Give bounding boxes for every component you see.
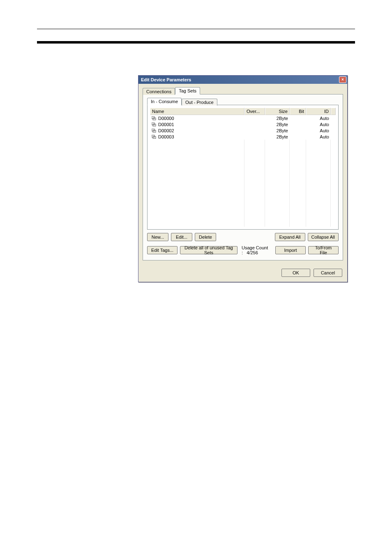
close-icon: ×	[341, 78, 344, 82]
cell-size: 2Byte	[265, 115, 290, 121]
cancel-button[interactable]: Cancel	[314, 269, 342, 277]
tag-sets-listview[interactable]: Name Over... Size Bit ID D000002ByteAuto…	[150, 108, 336, 227]
table-row[interactable]: D000032ByteAuto	[150, 134, 336, 140]
cell-name-text: D00002	[158, 128, 174, 133]
cell-bit	[290, 115, 306, 121]
new-button[interactable]: New...	[147, 233, 168, 241]
column-header-id[interactable]: ID	[306, 108, 331, 115]
tab-tag-sets[interactable]: Tag Sets	[175, 87, 200, 94]
usage-count: Usage Count : 4/256	[240, 245, 270, 255]
column-header-size[interactable]: Size	[265, 108, 290, 115]
main-tabstrip: Connections Tag Sets	[143, 87, 343, 94]
horizontal-rule-thin	[37, 29, 355, 29]
cell-filler	[331, 134, 336, 140]
cell-name: D00000	[150, 115, 244, 121]
collapse-all-button[interactable]: Collapse All	[308, 233, 339, 241]
horizontal-rule-thick	[37, 41, 355, 44]
cell-name: D00002	[150, 127, 244, 134]
cell-filler	[331, 121, 336, 127]
button-row-1: New... Edit... Delete Expand All Collaps…	[147, 233, 339, 241]
subtab-label-out-produce: Out - Produce	[185, 100, 213, 105]
cell-name-text: D00001	[158, 122, 174, 127]
dialog-title: Edit Device Parameters	[141, 77, 191, 82]
delete-button[interactable]: Delete	[195, 233, 216, 241]
tab-label-connections: Connections	[146, 89, 171, 94]
edit-tags-button[interactable]: Edit Tags...	[147, 246, 178, 254]
cell-size: 2Byte	[265, 134, 290, 140]
dialog-titlebar: Edit Device Parameters ×	[138, 76, 347, 84]
edit-button[interactable]: Edit...	[171, 233, 192, 241]
delete-unused-tag-sets-button[interactable]: Delete all of unused Tag Sets	[180, 246, 238, 254]
dialog-body: Connections Tag Sets In - Consume Out - …	[138, 84, 347, 265]
column-header-over[interactable]: Over...	[244, 108, 265, 115]
listview-empty-area	[150, 140, 336, 227]
expand-all-button[interactable]: Expand All	[275, 233, 305, 241]
cell-name: D00001	[150, 121, 244, 127]
table-row[interactable]: D000022ByteAuto	[150, 127, 336, 134]
cell-filler	[331, 127, 336, 134]
column-header-name[interactable]: Name	[150, 108, 244, 115]
cell-bit	[290, 134, 306, 140]
subtab-in-consume[interactable]: In - Consume	[147, 98, 182, 105]
import-button[interactable]: Import	[275, 246, 306, 254]
column-header-bit[interactable]: Bit	[290, 108, 306, 115]
cell-id: Auto	[306, 115, 331, 121]
subtabstrip: In - Consume Out - Produce	[147, 98, 339, 105]
tab-connections[interactable]: Connections	[143, 88, 175, 95]
subtab-label-in-consume: In - Consume	[151, 99, 178, 104]
in-consume-panel: Name Over... Size Bit ID D000002ByteAuto…	[147, 105, 339, 230]
cell-id: Auto	[306, 134, 331, 140]
cell-bit	[290, 127, 306, 134]
column-header-filler	[331, 108, 336, 115]
close-button[interactable]: ×	[339, 76, 346, 83]
cell-id: Auto	[306, 121, 331, 127]
cell-bit	[290, 121, 306, 127]
cell-over	[244, 115, 265, 121]
page-container: Edit Device Parameters × Connections Tag…	[0, 0, 392, 555]
listview-rows: D000002ByteAutoD000012ByteAutoD000022Byt…	[150, 115, 336, 140]
subtab-out-produce[interactable]: Out - Produce	[182, 99, 217, 106]
cell-id: Auto	[306, 127, 331, 134]
to-from-file-button[interactable]: To/From File	[308, 246, 339, 254]
tagset-icon	[152, 122, 157, 127]
table-row[interactable]: D000002ByteAuto	[150, 115, 336, 121]
tab-label-tag-sets: Tag Sets	[179, 88, 196, 93]
cell-over	[244, 134, 265, 140]
edit-device-parameters-dialog: Edit Device Parameters × Connections Tag…	[138, 75, 348, 282]
listview-header: Name Over... Size Bit ID	[150, 108, 336, 115]
tagset-icon	[152, 116, 157, 120]
usage-count-value: 4/256	[247, 250, 258, 255]
cell-filler	[331, 115, 336, 121]
cell-size: 2Byte	[265, 127, 290, 134]
cell-over	[244, 121, 265, 127]
table-row[interactable]: D000012ByteAuto	[150, 121, 336, 127]
button-row-2: Edit Tags... Delete all of unused Tag Se…	[147, 245, 339, 255]
cell-over	[244, 127, 265, 134]
tagset-icon	[152, 129, 157, 133]
cell-size: 2Byte	[265, 121, 290, 127]
dialog-footer: OK Cancel	[138, 265, 347, 282]
cell-name: D00003	[150, 134, 244, 140]
tagset-icon	[152, 135, 157, 139]
cell-name-text: D00003	[158, 134, 174, 139]
tag-sets-panel: In - Consume Out - Produce Name Over... …	[143, 94, 343, 260]
ok-button[interactable]: OK	[281, 269, 310, 277]
cell-name-text: D00000	[158, 116, 174, 121]
